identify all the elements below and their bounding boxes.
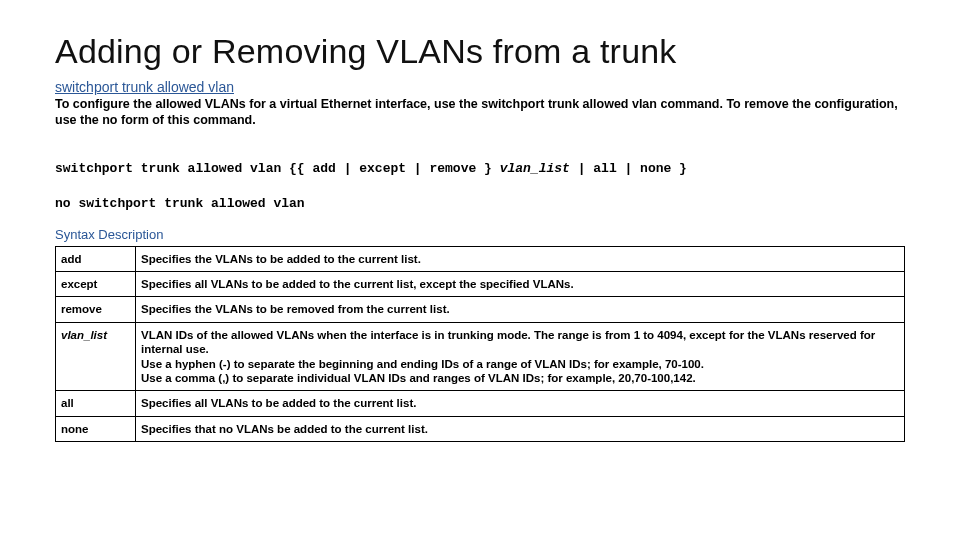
table-row: addSpecifies the VLANs to be added to th…: [56, 246, 905, 271]
table-key: except: [56, 272, 136, 297]
table-key: remove: [56, 297, 136, 322]
syntax-block: switchport trunk allowed vlan {{ add | e…: [55, 143, 905, 213]
syntax-line-2: no switchport trunk allowed vlan: [55, 196, 305, 211]
table-desc: Specifies the VLANs to be removed from t…: [136, 297, 905, 322]
table-key: vlan_list: [56, 322, 136, 391]
slide: Adding or Removing VLANs from a trunk sw…: [0, 0, 960, 462]
syntax-line-1: switchport trunk allowed vlan {{ add | e…: [55, 161, 687, 176]
table-row: noneSpecifies that no VLANs be added to …: [56, 416, 905, 441]
table-desc: Specifies all VLANs to be added to the c…: [136, 272, 905, 297]
page-title: Adding or Removing VLANs from a trunk: [55, 32, 905, 71]
table-row: vlan_listVLAN IDs of the allowed VLANs w…: [56, 322, 905, 391]
table-key: all: [56, 391, 136, 416]
table-row: exceptSpecifies all VLANs to be added to…: [56, 272, 905, 297]
table-row: removeSpecifies the VLANs to be removed …: [56, 297, 905, 322]
table-row: allSpecifies all VLANs to be added to th…: [56, 391, 905, 416]
command-heading: switchport trunk allowed vlan: [55, 79, 905, 95]
table-desc: Specifies that no VLANs be added to the …: [136, 416, 905, 441]
intro-paragraph: To configure the allowed VLANs for a vir…: [55, 96, 905, 129]
table-desc: VLAN IDs of the allowed VLANs when the i…: [136, 322, 905, 391]
syntax-description-table: addSpecifies the VLANs to be added to th…: [55, 246, 905, 442]
table-desc: Specifies all VLANs to be added to the c…: [136, 391, 905, 416]
table-key: none: [56, 416, 136, 441]
table-key: add: [56, 246, 136, 271]
syntax-description-label: Syntax Description: [55, 227, 905, 242]
table-desc: Specifies the VLANs to be added to the c…: [136, 246, 905, 271]
